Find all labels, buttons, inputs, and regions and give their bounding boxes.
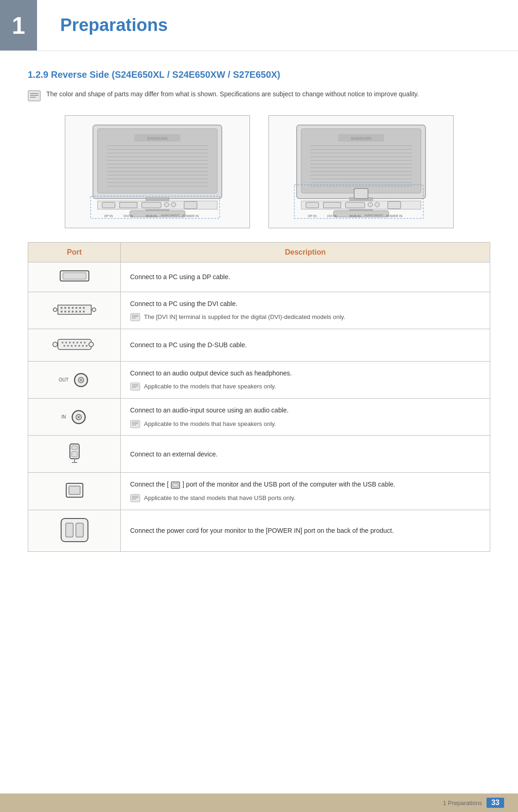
svg-rect-73 bbox=[68, 307, 70, 309]
table-row: Connect the [ ] port of the monitor and … bbox=[28, 473, 490, 510]
svg-point-101 bbox=[71, 345, 73, 347]
dp-port-icon bbox=[58, 269, 91, 284]
desc-cell-dvi: Connect to a PC using the DVI cable. The… bbox=[121, 292, 490, 329]
desc-cell-audio-out: Connect to an audio output device such a… bbox=[121, 362, 490, 399]
footer-bar: 1 Preparations 33 bbox=[0, 793, 518, 812]
svg-text:RGB IN: RGB IN bbox=[349, 214, 361, 218]
svg-point-100 bbox=[67, 345, 69, 347]
svg-rect-80 bbox=[68, 311, 70, 312]
svg-text:AUDIO IN/OUT: AUDIO IN/OUT bbox=[364, 214, 383, 217]
audio-in-icon bbox=[70, 408, 87, 426]
svg-rect-135 bbox=[66, 523, 73, 537]
svg-point-30 bbox=[164, 202, 169, 207]
desc-cell-power: Connect the power cord for your monitor … bbox=[121, 510, 490, 551]
svg-point-109 bbox=[80, 379, 82, 381]
svg-point-106 bbox=[89, 342, 94, 347]
svg-rect-76 bbox=[79, 307, 81, 309]
table-row: Connect to an external device. bbox=[28, 436, 490, 473]
diagrams-row: SAMSUNG bbox=[28, 115, 490, 228]
table-row: Connect the power cord for your monitor … bbox=[28, 510, 490, 551]
svg-rect-55 bbox=[306, 202, 318, 208]
svg-rect-122 bbox=[72, 446, 77, 450]
page-title: Preparations bbox=[60, 15, 168, 35]
port-cell-dp bbox=[28, 262, 121, 292]
svg-point-95 bbox=[73, 342, 75, 344]
svg-rect-0 bbox=[28, 91, 40, 101]
svg-point-90 bbox=[53, 342, 57, 347]
audio-out-icon bbox=[72, 371, 90, 389]
note-icon-usb bbox=[130, 494, 140, 502]
svg-rect-136 bbox=[76, 523, 83, 537]
note-box: The color and shape of parts may differ … bbox=[28, 89, 490, 101]
chapter-number: 1 bbox=[12, 13, 25, 37]
audio-out-container: OUT bbox=[37, 371, 111, 389]
desc-cell-dp: Connect to a PC using a DP cable. bbox=[121, 262, 490, 292]
port-cell-audio-out: OUT bbox=[28, 362, 121, 399]
svg-rect-25 bbox=[119, 202, 137, 208]
table-header-description: Description bbox=[121, 242, 490, 262]
svg-rect-57 bbox=[323, 202, 341, 208]
header: 1 Preparations bbox=[0, 0, 518, 51]
svg-text:DVI IN: DVI IN bbox=[124, 214, 133, 218]
svg-point-98 bbox=[84, 342, 86, 344]
note-text: The color and shape of parts may differ … bbox=[46, 89, 419, 99]
svg-text:SAMSUNG: SAMSUNG bbox=[147, 136, 168, 141]
svg-point-104 bbox=[82, 345, 84, 347]
inline-note-audio-out: Applicable to the models that have speak… bbox=[130, 382, 481, 392]
desc-cell-external: Connect to an external device. bbox=[121, 436, 490, 473]
svg-point-97 bbox=[80, 342, 82, 344]
svg-rect-83 bbox=[79, 311, 81, 312]
usb-inline-icon bbox=[170, 481, 181, 489]
svg-rect-123 bbox=[72, 451, 77, 457]
svg-rect-129 bbox=[173, 483, 178, 487]
header-title-area: Preparations bbox=[37, 0, 518, 50]
svg-rect-72 bbox=[64, 307, 66, 309]
audio-out-label: OUT bbox=[59, 377, 69, 382]
svg-rect-32 bbox=[184, 201, 197, 209]
table-row: Connect to a PC using a DP cable. bbox=[28, 262, 490, 292]
note-icon-audio-out bbox=[130, 382, 140, 391]
port-cell-external bbox=[28, 436, 121, 473]
dvi-port-icon bbox=[51, 301, 98, 318]
svg-rect-127 bbox=[69, 486, 80, 494]
table-row: Connect to a PC using the D-SUB cable. bbox=[28, 329, 490, 362]
monitor-diagram-left: SAMSUNG bbox=[70, 120, 245, 222]
svg-point-96 bbox=[76, 342, 78, 344]
svg-point-94 bbox=[69, 342, 71, 344]
svg-point-92 bbox=[62, 342, 63, 344]
svg-rect-79 bbox=[64, 311, 66, 312]
dsub-port-icon bbox=[51, 336, 98, 353]
port-cell-audio-in: IN bbox=[28, 399, 121, 436]
svg-rect-117 bbox=[131, 420, 140, 428]
table-header-port: Port bbox=[28, 242, 121, 262]
svg-rect-75 bbox=[75, 307, 77, 309]
note-icon bbox=[28, 90, 41, 101]
svg-text:RGB IN: RGB IN bbox=[146, 214, 157, 218]
external-port-icon bbox=[67, 442, 82, 464]
svg-rect-81 bbox=[72, 311, 74, 312]
svg-text:POWER IN: POWER IN bbox=[386, 214, 402, 218]
svg-rect-77 bbox=[83, 307, 85, 309]
chapter-number-box: 1 bbox=[0, 0, 37, 50]
main-content: 1.2.9 Reverse Side (S24E650XL / S24E650X… bbox=[0, 51, 518, 580]
svg-text:DVI IN: DVI IN bbox=[327, 214, 337, 218]
svg-rect-53 bbox=[354, 188, 368, 199]
svg-point-102 bbox=[75, 345, 76, 347]
svg-point-31 bbox=[171, 202, 175, 207]
svg-rect-70 bbox=[58, 305, 91, 314]
desc-cell-usb: Connect the [ ] port of the monitor and … bbox=[121, 473, 490, 510]
svg-text:DP IN: DP IN bbox=[308, 214, 316, 218]
svg-rect-68 bbox=[63, 273, 86, 279]
footer-page: 33 bbox=[487, 798, 504, 808]
svg-text:AUDIO IN/OUT: AUDIO IN/OUT bbox=[161, 214, 180, 217]
svg-rect-74 bbox=[72, 307, 74, 309]
port-cell-usb bbox=[28, 473, 121, 510]
svg-rect-82 bbox=[75, 311, 77, 312]
monitor-diagram-right: SAMSUNG bbox=[274, 120, 449, 222]
section-heading: 1.2.9 Reverse Side (S24E650XL / S24E650X… bbox=[28, 69, 490, 80]
port-table: Port Description Connect to a PC using a… bbox=[28, 242, 490, 552]
footer-text: 1 Preparations bbox=[443, 800, 482, 806]
svg-rect-71 bbox=[61, 307, 62, 309]
svg-rect-134 bbox=[61, 518, 88, 542]
svg-rect-27 bbox=[142, 202, 161, 208]
